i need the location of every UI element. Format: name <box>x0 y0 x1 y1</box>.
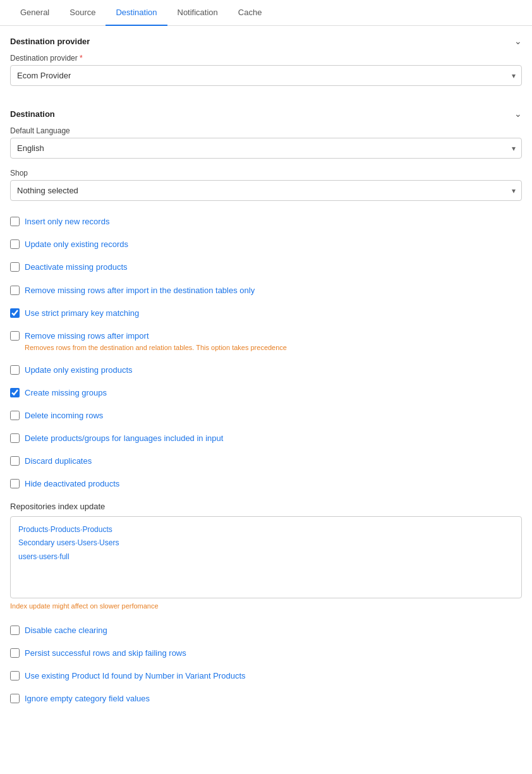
disable-cache-clearing-checkbox[interactable] <box>10 626 20 635</box>
tabs-nav: General Source Destination Notification … <box>0 0 532 26</box>
destination-provider-chevron[interactable]: ⌄ <box>514 36 522 46</box>
disable-cache-clearing-label[interactable]: Disable cache clearing <box>25 625 107 636</box>
checkbox-row-3: Deactivate missing products <box>10 262 522 273</box>
deactivate-missing-products-label[interactable]: Deactivate missing products <box>25 262 128 273</box>
tab-general[interactable]: General <box>10 0 59 26</box>
remove-missing-rows-after-import-label[interactable]: Remove missing rows after import <box>25 331 149 341</box>
shop-select-wrapper: Nothing selected ▾ <box>10 180 522 201</box>
checkbox-row-2: Update only existing records <box>10 239 522 250</box>
shop-select[interactable]: Nothing selected <box>10 180 522 201</box>
tab-source[interactable]: Source <box>59 0 106 26</box>
checkbox-row-11: Discard duplicates <box>10 456 522 467</box>
bottom-checkboxes-section: Disable cache clearing Persist successfu… <box>10 625 522 705</box>
checkbox-row-8: Create missing groups <box>10 387 522 399</box>
tab-cache[interactable]: Cache <box>228 0 272 26</box>
destination-provider-section: Destination provider ⌄ Destination provi… <box>10 36 522 86</box>
bottom-checkbox-row-2: Persist successful rows and skip failing… <box>10 648 522 659</box>
tab-destination[interactable]: Destination <box>106 0 167 26</box>
repo-item-1[interactable]: Products·Products·Products <box>18 523 514 537</box>
default-language-select[interactable]: English <box>10 138 522 159</box>
remove-missing-rows-after-import-sublabel: Removes rows from the destination and re… <box>25 343 287 353</box>
create-missing-groups-checkbox[interactable] <box>10 388 20 397</box>
remove-missing-rows-after-import-checkbox[interactable] <box>10 331 20 341</box>
delete-products-groups-languages-label[interactable]: Delete products/groups for languages inc… <box>25 433 223 444</box>
persist-successful-rows-checkbox[interactable] <box>10 648 20 658</box>
checkbox-row-6: Remove missing rows after import Removes… <box>10 330 522 353</box>
insert-only-new-records-checkbox[interactable] <box>10 217 20 226</box>
remove-missing-rows-after-import-text: Remove missing rows after import Removes… <box>25 330 287 353</box>
checkbox-row-7: Update only existing products <box>10 365 522 376</box>
destination-section: Destination ⌄ Default Language English ▾… <box>10 109 522 201</box>
use-existing-product-id-label[interactable]: Use existing Product Id found by Number … <box>25 670 246 682</box>
destination-provider-header: Destination provider ⌄ <box>10 36 522 46</box>
update-only-existing-records-checkbox[interactable] <box>10 239 20 249</box>
checkboxes-section: Insert only new records Update only exis… <box>10 216 522 490</box>
hide-deactivated-products-label[interactable]: Hide deactivated products <box>25 478 119 490</box>
bottom-checkbox-row-1: Disable cache clearing <box>10 625 522 636</box>
repo-item-2[interactable]: Secondary users·Users·Users <box>18 536 514 550</box>
default-language-label: Default Language <box>10 126 522 135</box>
destination-provider-title: Destination provider <box>10 37 90 46</box>
shop-label: Shop <box>10 169 522 178</box>
remove-missing-rows-dest-only-checkbox[interactable] <box>10 286 20 295</box>
checkbox-row-5: Use strict primary key matching <box>10 308 522 319</box>
destination-provider-select[interactable]: Ecom Provider <box>10 65 522 86</box>
repositories-label: Repositories index update <box>10 502 522 511</box>
destination-provider-field-label: Destination provider * <box>10 54 522 63</box>
tab-notification[interactable]: Notification <box>167 0 228 26</box>
repositories-section: Repositories index update Products·Produ… <box>10 502 522 610</box>
checkbox-row-9: Delete incoming rows <box>10 410 522 421</box>
insert-only-new-records-label[interactable]: Insert only new records <box>25 216 109 227</box>
discard-duplicates-label[interactable]: Discard duplicates <box>25 456 92 467</box>
page-container: General Source Destination Notification … <box>0 0 532 726</box>
hide-deactivated-products-checkbox[interactable] <box>10 479 20 488</box>
repositories-note: Index update might affect on slower perf… <box>10 602 522 610</box>
checkbox-row-1: Insert only new records <box>10 216 522 227</box>
default-language-select-wrapper: English ▾ <box>10 138 522 159</box>
destination-section-title: Destination <box>10 109 55 119</box>
update-only-existing-products-checkbox[interactable] <box>10 365 20 375</box>
checkbox-row-10: Delete products/groups for languages inc… <box>10 433 522 444</box>
delete-incoming-rows-label[interactable]: Delete incoming rows <box>25 410 103 421</box>
create-missing-groups-label[interactable]: Create missing groups <box>25 387 107 399</box>
bottom-checkbox-row-3: Use existing Product Id found by Number … <box>10 670 522 682</box>
discard-duplicates-checkbox[interactable] <box>10 456 20 466</box>
update-only-existing-products-label[interactable]: Update only existing products <box>25 365 133 376</box>
checkbox-row-4: Remove missing rows after import in the … <box>10 285 522 296</box>
main-content: Destination provider ⌄ Destination provi… <box>0 26 532 726</box>
repo-item-3[interactable]: users·users·full <box>18 550 514 564</box>
ignore-empty-category-checkbox[interactable] <box>10 694 20 703</box>
delete-incoming-rows-checkbox[interactable] <box>10 411 20 420</box>
use-strict-primary-key-label[interactable]: Use strict primary key matching <box>25 308 139 319</box>
deactivate-missing-products-checkbox[interactable] <box>10 262 20 272</box>
delete-products-groups-languages-checkbox[interactable] <box>10 433 20 443</box>
remove-missing-rows-dest-only-label[interactable]: Remove missing rows after import in the … <box>25 285 255 296</box>
destination-section-header: Destination ⌄ <box>10 109 522 119</box>
repositories-box[interactable]: Products·Products·Products Secondary use… <box>10 516 522 598</box>
persist-successful-rows-label[interactable]: Persist successful rows and skip failing… <box>25 648 186 659</box>
bottom-checkbox-row-4: Ignore empty category field values <box>10 693 522 704</box>
required-asterisk: * <box>80 54 83 63</box>
checkbox-row-12: Hide deactivated products <box>10 478 522 490</box>
use-strict-primary-key-checkbox[interactable] <box>10 308 20 318</box>
destination-provider-select-wrapper: Ecom Provider ▾ <box>10 65 522 86</box>
update-only-existing-records-label[interactable]: Update only existing records <box>25 239 128 250</box>
destination-section-chevron[interactable]: ⌄ <box>514 109 522 119</box>
use-existing-product-id-checkbox[interactable] <box>10 671 20 680</box>
ignore-empty-category-label[interactable]: Ignore empty category field values <box>25 693 150 704</box>
